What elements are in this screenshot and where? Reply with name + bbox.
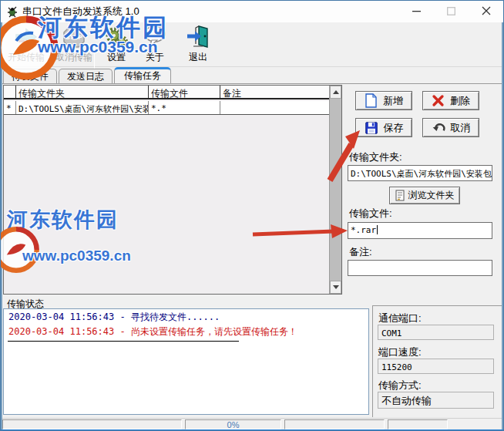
toolbar: 开始传输 STOP 取消传输 设置 [1, 22, 504, 67]
window-title: 串口文件自动发送系统 1.0 [22, 5, 139, 19]
toolbar-label: 关于 [146, 52, 164, 62]
port-label: 通信端口: [378, 311, 422, 325]
table-header-row: 传输文件夹 传输文件 备注 [4, 86, 329, 99]
chevron-down-icon [333, 285, 339, 289]
table-scrollbar[interactable] [329, 86, 341, 294]
mode-value: 不自动传输 [378, 392, 494, 409]
tab-send-log[interactable]: 发送日志 [59, 69, 113, 83]
app-window: 串口文件自动发送系统 1.0 [0, 0, 504, 431]
start-transfer-button[interactable]: 开始传输 [2, 25, 50, 65]
gears-icon [104, 25, 129, 49]
save-button[interactable]: 保存 [355, 118, 412, 137]
minimize-icon [412, 7, 421, 15]
delete-button-label: 删除 [450, 94, 470, 108]
scroll-up-button[interactable] [330, 86, 341, 99]
folder-input-value: D:\TOOLS\桌面\河东软件园\安装包 [351, 169, 492, 179]
row-folder-cell[interactable]: D:\TOOLS\桌面\河东软件园\安装包 [16, 101, 149, 114]
undo-arrow-icon [432, 121, 445, 135]
statusbar: 0% [1, 418, 504, 429]
speed-value: 115200 [378, 359, 494, 374]
statusbar-panel [2, 419, 182, 429]
svg-text:STOP: STOP [66, 34, 82, 41]
comm-settings-panel: 通信端口: COM1 端口速度: 115200 传输方式: 不自动传输 [372, 305, 502, 417]
cancel-button[interactable]: 取消 [422, 118, 479, 137]
new-button-label: 新增 [383, 94, 403, 108]
window-border-left [1, 22, 2, 429]
mode-label: 传输方式: [378, 379, 422, 392]
about-icon: i [143, 25, 167, 49]
minimize-button[interactable] [399, 1, 434, 21]
task-table: 传输文件夹 传输文件 备注 * D:\TOOLS\桌面\河东软件园\安装包 *.… [3, 85, 342, 295]
table-header-note[interactable]: 备注 [220, 86, 329, 98]
toolbar-label: 取消传输 [55, 52, 92, 62]
window-border-right [502, 22, 503, 429]
row-selector[interactable]: * [4, 101, 16, 114]
table-header-folder[interactable]: 传输文件夹 [16, 86, 149, 98]
titlebar: 串口文件自动发送系统 1.0 [1, 1, 504, 22]
tab-transfer-tasks[interactable]: 传输任务 [114, 67, 171, 83]
browse-folder-button[interactable]: 浏览文件夹 [389, 187, 460, 204]
log-line: 2020-03-04 11:56:43 - 寻找待发文件...... [4, 309, 368, 324]
cancel-transfer-button: STOP 取消传输 [50, 25, 98, 65]
toolbar-label: 设置 [107, 52, 126, 62]
note-field-label: 备注: [349, 245, 372, 259]
row-note-cell[interactable] [220, 101, 329, 114]
file-field-label: 传输文件: [349, 207, 392, 221]
folder-field-label: 传输文件夹: [349, 150, 402, 164]
file-input[interactable]: *.rar [348, 222, 492, 239]
file-input-value: *.rar [351, 225, 376, 235]
tabbar: 待发文件 发送日志 传输任务 [1, 67, 504, 83]
delete-x-icon [432, 94, 445, 107]
start-transfer-icon [14, 25, 39, 49]
settings-button[interactable]: 设置 [99, 25, 133, 65]
table-row[interactable]: * D:\TOOLS\桌面\河东软件园\安装包 *.* [4, 101, 329, 115]
log-divider [8, 341, 239, 342]
speed-label: 端口速度: [378, 345, 422, 359]
new-document-icon [365, 93, 378, 108]
note-input[interactable] [348, 260, 492, 276]
cancel-button-label: 取消 [451, 121, 471, 135]
statusbar-panel [284, 419, 385, 429]
close-icon [482, 6, 491, 15]
stop-icon: STOP [62, 25, 86, 49]
about-button[interactable]: i 关于 [138, 25, 172, 65]
transfer-log[interactable]: 2020-03-04 11:56:43 - 寻找待发文件...... 2020-… [3, 308, 369, 415]
scroll-down-button[interactable] [330, 281, 341, 294]
statusbar-panel [388, 419, 448, 429]
new-button[interactable]: 新增 [355, 91, 412, 110]
exit-icon [186, 25, 210, 49]
exit-button[interactable]: 退出 [180, 25, 217, 65]
port-value: COM1 [378, 325, 494, 340]
save-button-label: 保存 [384, 121, 404, 135]
browse-folder-label: 浏览文件夹 [408, 189, 455, 202]
folder-input[interactable]: D:\TOOLS\桌面\河东软件园\安装包 [348, 165, 492, 181]
progress-indicator: 0% [185, 419, 281, 429]
table-header-file[interactable]: 传输文件 [149, 86, 220, 98]
table-header-selector [4, 86, 16, 98]
row-file-cell[interactable]: *.* [149, 101, 220, 114]
save-floppy-icon [365, 121, 378, 135]
delete-button[interactable]: 删除 [422, 91, 479, 110]
browse-folder-icon [395, 190, 405, 201]
toolbar-label: 开始传输 [8, 52, 45, 62]
maximize-icon [447, 7, 455, 15]
toolbar-label: 退出 [189, 52, 207, 62]
log-line: 2020-03-04 11:56:43 - 尚未设置传输任务，请先设置传输任务！ [4, 324, 368, 338]
close-button[interactable] [469, 1, 503, 21]
maximize-button [434, 1, 469, 21]
app-icon [6, 5, 18, 18]
chevron-up-icon [333, 90, 339, 94]
text-caret [377, 225, 378, 234]
tab-pending-files[interactable]: 待发文件 [3, 69, 57, 83]
